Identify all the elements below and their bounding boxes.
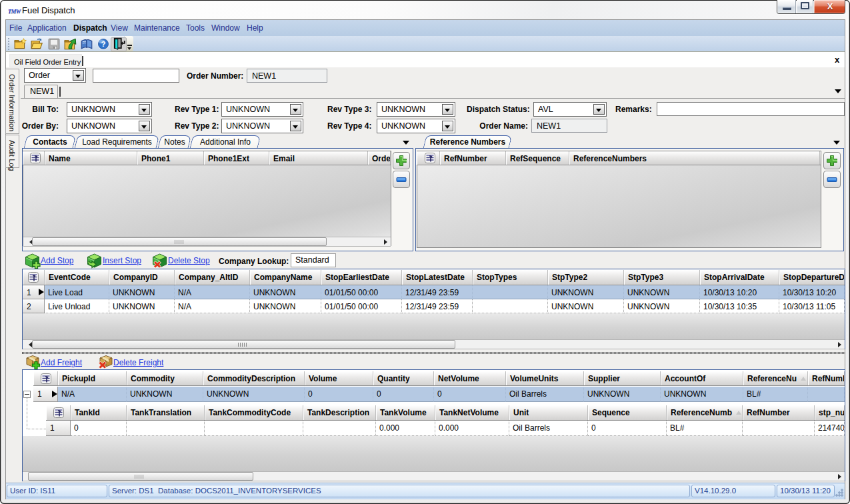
- svg-text:?: ?: [101, 39, 105, 48]
